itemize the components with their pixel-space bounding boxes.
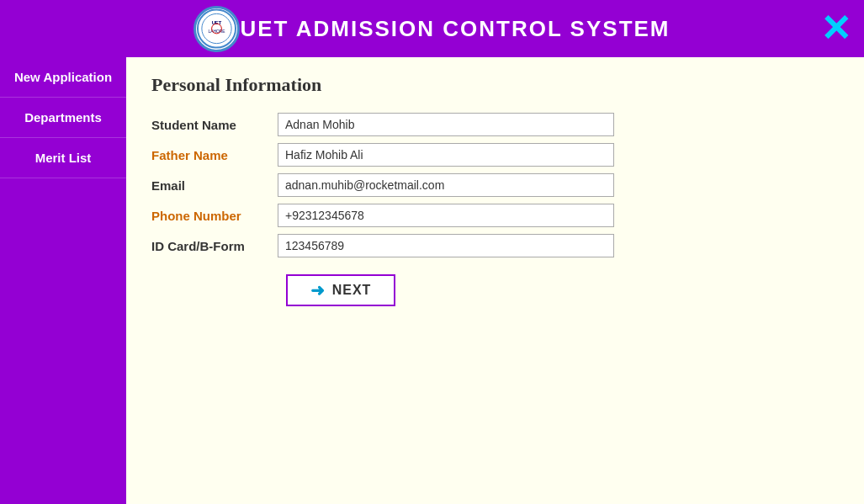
input-father-name[interactable] xyxy=(278,143,614,167)
input-phone-number[interactable] xyxy=(278,204,614,227)
content-area: Personal Information Student Name Father… xyxy=(126,57,864,504)
form-row-phone-number: Phone Number xyxy=(151,204,839,227)
label-phone-number: Phone Number xyxy=(151,209,278,223)
header: UET LAHORE UET ADMISSION CONTROL SYSTEM … xyxy=(0,0,864,57)
main-layout: New Application Departments Merit List P… xyxy=(0,57,864,504)
sidebar: New Application Departments Merit List xyxy=(0,57,126,504)
label-email: Email xyxy=(151,178,278,193)
form-row-email: Email xyxy=(151,173,839,197)
input-student-name[interactable] xyxy=(278,113,614,136)
label-id-card: ID Card/B-Form xyxy=(151,239,278,253)
close-button[interactable]: ✕ xyxy=(820,10,851,47)
sidebar-item-departments[interactable]: Departments xyxy=(0,98,126,138)
sidebar-item-new-application[interactable]: New Application xyxy=(0,57,126,98)
next-arrow-icon: ➜ xyxy=(310,280,326,300)
label-student-name: Student Name xyxy=(151,118,278,132)
form-row-id-card: ID Card/B-Form xyxy=(151,234,839,257)
input-id-card[interactable] xyxy=(278,234,614,257)
input-email[interactable] xyxy=(278,173,614,197)
label-father-name: Father Name xyxy=(151,148,278,162)
next-button-label: NEXT xyxy=(332,283,372,298)
sidebar-item-merit-list[interactable]: Merit List xyxy=(0,138,126,178)
page-title: Personal Information xyxy=(151,74,839,96)
app-title: UET ADMISSION CONTROL SYSTEM xyxy=(240,16,670,42)
svg-text:LAHORE: LAHORE xyxy=(209,29,226,34)
form-row-father-name: Father Name xyxy=(151,143,839,167)
app-logo: UET LAHORE xyxy=(193,6,240,52)
next-button[interactable]: ➜ NEXT xyxy=(286,274,395,306)
form-row-student-name: Student Name xyxy=(151,113,839,136)
